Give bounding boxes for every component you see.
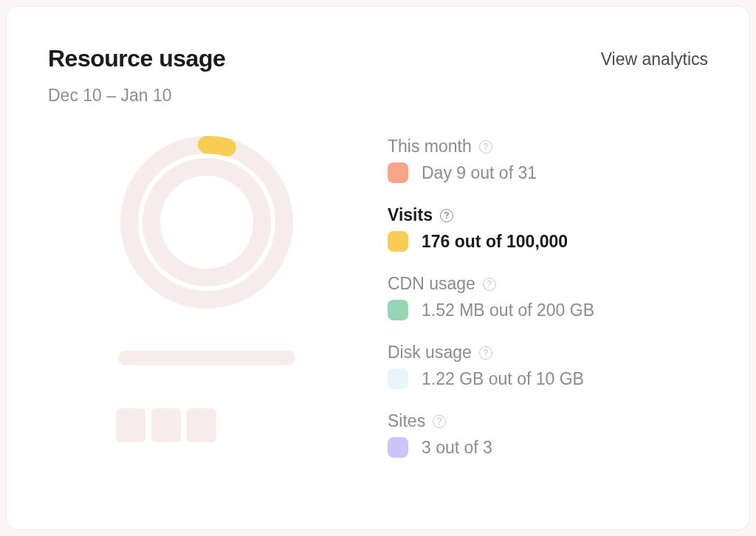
help-icon[interactable]: ? xyxy=(479,346,492,360)
metric-label-text: This month xyxy=(388,137,472,157)
metric-value: 3 out of 3 xyxy=(422,438,492,458)
metric-value-row: 3 out of 3 xyxy=(388,437,708,458)
metric-label-text: CDN usage xyxy=(388,274,475,294)
swatch-sites xyxy=(388,437,408,458)
metric-value: 176 out of 100,000 xyxy=(422,232,568,252)
metric-value-row: 1.52 MB out of 200 GB xyxy=(388,300,708,320)
swatch-cdn xyxy=(388,300,408,320)
help-icon[interactable]: ? xyxy=(440,209,453,222)
resource-usage-card: Resource usage View analytics Dec 10 – J… xyxy=(6,6,750,530)
view-analytics-button[interactable]: View analytics xyxy=(601,45,708,69)
metric-label-text: Disk usage xyxy=(388,343,472,363)
metric-label-text: Sites xyxy=(388,411,425,431)
metrics-column: This month ? Day 9 out of 31 Visits ? 17… xyxy=(388,134,708,458)
help-icon[interactable]: ? xyxy=(479,140,492,154)
metric-visits: Visits ? 176 out of 100,000 xyxy=(388,205,708,252)
metric-value: Day 9 out of 31 xyxy=(422,163,537,183)
metric-value: 1.22 GB out of 10 GB xyxy=(422,369,584,389)
metric-label: Disk usage ? xyxy=(388,343,708,363)
skeleton-block xyxy=(187,408,216,442)
svg-point-2 xyxy=(177,193,236,252)
skeleton-blocks xyxy=(116,408,216,442)
help-icon[interactable]: ? xyxy=(433,415,446,428)
card-header: Resource usage View analytics xyxy=(48,45,708,72)
swatch-disk xyxy=(388,368,408,389)
content-row: This month ? Day 9 out of 31 Visits ? 17… xyxy=(48,134,708,458)
metric-this-month: This month ? Day 9 out of 31 xyxy=(388,137,708,183)
skeleton-block xyxy=(151,408,181,442)
chart-column xyxy=(48,134,365,458)
metric-label-text: Visits xyxy=(388,205,433,225)
card-title: Resource usage xyxy=(48,45,225,72)
metric-value-row: 1.22 GB out of 10 GB xyxy=(388,368,708,389)
swatch-month xyxy=(388,162,408,183)
radial-chart xyxy=(118,134,295,311)
metric-label: Visits ? xyxy=(388,205,708,225)
metric-cdn: CDN usage ? 1.52 MB out of 200 GB xyxy=(388,274,708,320)
swatch-visits xyxy=(388,231,408,252)
metric-value: 1.52 MB out of 200 GB xyxy=(422,300,594,320)
metric-sites: Sites ? 3 out of 3 xyxy=(388,411,708,458)
metric-value-row: Day 9 out of 31 xyxy=(388,162,708,183)
help-icon[interactable]: ? xyxy=(483,278,496,291)
metric-value-row: 176 out of 100,000 xyxy=(388,231,708,252)
metric-label: This month ? xyxy=(388,137,708,157)
skeleton-progress-bar xyxy=(118,351,295,365)
date-range: Dec 10 – Jan 10 xyxy=(48,86,708,106)
metric-label: CDN usage ? xyxy=(388,274,708,294)
metric-label: Sites ? xyxy=(388,411,708,431)
skeleton-block xyxy=(116,408,145,442)
metric-disk: Disk usage ? 1.22 GB out of 10 GB xyxy=(388,343,708,389)
